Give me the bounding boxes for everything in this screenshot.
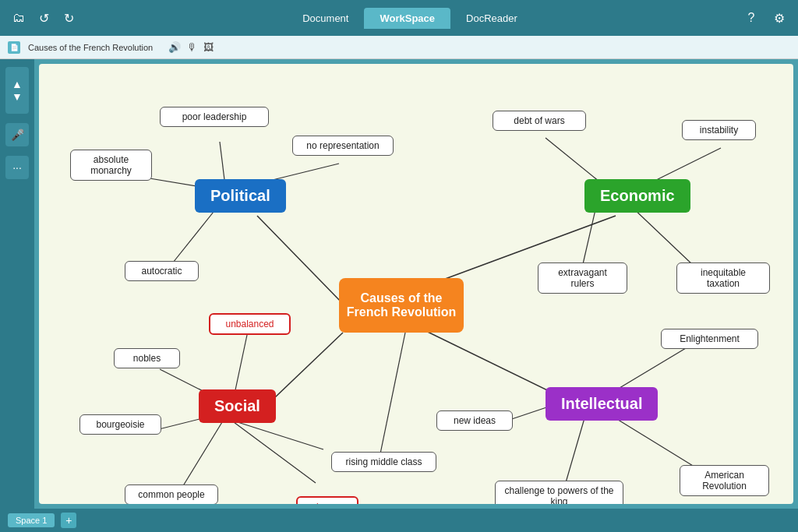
image-icon[interactable]: 🖼: [203, 41, 214, 53]
redo-icon[interactable]: ↻: [59, 9, 78, 27]
inequitable-taxation-node: inequitable taxation: [676, 262, 770, 294]
top-bar-left-icons: 🗂 ↺ ↻: [9, 9, 78, 27]
svg-line-22: [378, 333, 405, 465]
folder-icon[interactable]: 🗂: [9, 9, 28, 27]
top-bar: 🗂 ↺ ↻ Document WorkSpace DocReader ? ⚙: [0, 0, 798, 36]
classes-node: classes: [296, 496, 358, 504]
bottom-bar: Space 1 +: [0, 509, 798, 532]
help-icon[interactable]: ?: [742, 9, 761, 27]
sidebar-mic-btn[interactable]: 🎤: [5, 123, 29, 146]
doc-icon: 📄: [8, 41, 20, 54]
document-title: Causes of the French Revolution: [28, 43, 153, 52]
left-sidebar: ▲▼ 🎤 ···: [0, 59, 34, 509]
sub-bar: 📄 Causes of the French Revolution 🔊 🎙 🖼: [0, 36, 798, 59]
instability-node: instability: [682, 120, 756, 140]
bourgeoisie-node: bourgeoisie: [79, 414, 161, 435]
svg-line-12: [234, 335, 247, 397]
svg-line-17: [234, 422, 316, 483]
settings-icon[interactable]: ⚙: [770, 9, 789, 27]
tab-document[interactable]: Document: [287, 8, 364, 29]
debt-wars-node: debt of wars: [493, 111, 586, 131]
record-icon[interactable]: 🎙: [187, 41, 197, 53]
intellectual-node: Intellectual: [546, 387, 658, 421]
sidebar-scroll-up[interactable]: ▲▼: [5, 67, 29, 114]
tab-docreader[interactable]: DocReader: [450, 8, 533, 29]
social-node: Social: [199, 389, 276, 423]
unbalanced-node: unbalanced: [209, 313, 291, 335]
new-ideas-node: new ideas: [436, 410, 513, 431]
political-node: Political: [195, 179, 286, 213]
sound-icon[interactable]: 🔊: [168, 41, 181, 53]
autocratic-node: autocratic: [125, 261, 199, 281]
common-people-node: common people: [125, 484, 218, 504]
extravagant-rulers-node: extravagant rulers: [538, 262, 627, 294]
space-tab[interactable]: Space 1: [8, 513, 55, 527]
add-space-button[interactable]: +: [61, 513, 76, 528]
media-icons: 🔊 🎙 🖼: [168, 41, 214, 53]
rising-middle-class-node: rising middle class: [331, 452, 436, 472]
center-node: Causes of theFrench Revolution: [339, 278, 464, 333]
economic-node: Economic: [584, 179, 690, 213]
mind-map-canvas: Causes of theFrench Revolution Political…: [39, 64, 793, 504]
top-bar-right-icons: ? ⚙: [742, 9, 789, 27]
challenge-powers-node: challenge to powers of the king: [495, 481, 623, 504]
american-revolution-node: American Revolution: [680, 465, 769, 496]
undo-icon[interactable]: ↺: [34, 9, 53, 27]
nav-tabs: Document WorkSpace DocReader: [84, 8, 736, 29]
svg-line-0: [257, 216, 343, 304]
absolute-monarchy-node: absolute monarchy: [70, 150, 152, 181]
enlightenment-node: Enlightenment: [661, 329, 758, 349]
svg-line-16: [238, 422, 323, 449]
sidebar-more-btn[interactable]: ···: [5, 156, 29, 179]
tab-workspace[interactable]: WorkSpace: [364, 8, 450, 29]
no-representation-node: no representation: [292, 136, 394, 156]
nobles-node: nobles: [114, 348, 180, 368]
poor-leadership-node: poor leadership: [160, 107, 269, 127]
